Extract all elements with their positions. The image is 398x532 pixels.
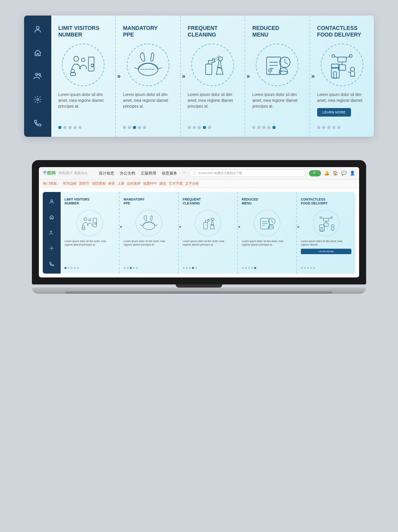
inner-panel-frequent-cleaning: FREQUENTCLEANING [179, 192, 238, 274]
chevron-icon-3: » [246, 73, 250, 80]
circle-icon-1 [62, 44, 105, 86]
top-info-card: LIMIT VISITORSNUMBER [24, 16, 374, 137]
content-panels: LIMIT VISITORSNUMBER [51, 16, 374, 137]
dot [337, 126, 340, 129]
svg-rect-5 [91, 64, 93, 67]
dot [133, 126, 136, 129]
inner-sidebar-icon-person[interactable] [47, 197, 56, 206]
svg-point-34 [349, 54, 352, 57]
nav-commercial[interactable]: 正版商用 [141, 171, 156, 176]
dot [188, 126, 191, 129]
inner-info-card: LIMIT VISITORSNUMBER [43, 192, 355, 274]
svg-point-8 [71, 69, 75, 73]
inner-circle-icon-4 [254, 210, 280, 236]
panel-title-3: FREQUENTCLEANING [188, 25, 218, 39]
sidebar-icon-home[interactable] [31, 47, 44, 59]
svg-point-71 [331, 216, 332, 218]
tag-huawei[interactable]: 华为边框 [63, 181, 77, 186]
inner-sidebar-icon-phone[interactable] [47, 260, 56, 268]
inner-panel-text-1: Lorem ipsum dolor sit dim amet, mea regi… [65, 239, 115, 246]
dot [267, 126, 271, 129]
inner-sidebar-icon-group[interactable] [47, 228, 56, 237]
tag-fire[interactable]: 消防图标 [92, 181, 106, 186]
panel-text-2: Lorem ipsum dolor sit dim amet, mea regi… [123, 92, 173, 109]
svg-rect-19 [267, 57, 281, 75]
tag-art[interactable]: 艺术字图 [169, 181, 183, 186]
inner-dot [313, 267, 315, 269]
svg-point-3 [37, 98, 39, 101]
panel-icon-area-3 [188, 44, 237, 86]
svg-line-32 [346, 56, 350, 58]
svg-point-6 [74, 56, 79, 61]
svg-line-11 [134, 68, 138, 70]
svg-rect-30 [338, 57, 346, 62]
dot [143, 126, 146, 129]
svg-rect-54 [204, 223, 208, 229]
browser-nav: 设计创意 办公文档 正版商用 创意服务 ··· [99, 171, 186, 176]
inner-dot [245, 267, 247, 269]
sidebar-icon-phone[interactable] [31, 117, 44, 129]
inner-learn-more-button[interactable]: LEARN MORE [301, 249, 351, 254]
tag-border[interactable]: 边框素材 [127, 181, 141, 186]
circle-icon-4 [256, 44, 298, 86]
icon-bell: 🔔 [324, 171, 330, 176]
tag-map[interactable]: 地图PPT [143, 181, 157, 186]
panel-frequent-cleaning: FREQUENTCLEANING [181, 16, 245, 137]
svg-rect-37 [332, 68, 339, 78]
icon-avatar: 👤 [350, 171, 355, 176]
laptop-wrapper: 千图网 轻松设计 高效办公 设计创意 办公文档 正版商用 创意服务 ··· ☰ … [32, 160, 366, 294]
tag-qingming[interactable]: 清明节 [79, 181, 89, 186]
dot [272, 126, 276, 129]
learn-more-button[interactable]: LEARN MORE [317, 108, 351, 117]
svg-rect-9 [71, 73, 76, 75]
inner-sidebar-icon-settings[interactable] [47, 244, 56, 253]
svg-point-48 [89, 219, 91, 221]
panel-reduced-menu: REDUCEDMENU [245, 16, 310, 137]
svg-point-63 [269, 218, 275, 225]
svg-line-31 [334, 56, 338, 58]
svg-point-1 [36, 73, 38, 76]
dot [58, 126, 61, 129]
inner-dot [127, 267, 129, 269]
nav-more[interactable]: ··· [183, 171, 186, 176]
panel-icon-area-5 [317, 44, 367, 86]
sidebar-icon-group[interactable] [31, 70, 44, 82]
dot [252, 126, 255, 129]
nav-service[interactable]: 创意服务 [162, 171, 177, 176]
inner-content-panels: LIMIT VISITORSNUMBER [61, 192, 355, 274]
tag-new[interactable]: 上新 [117, 181, 124, 186]
inner-dot [183, 267, 185, 269]
tag-text[interactable]: 文字分析 [185, 181, 199, 186]
browser-bar: 千图网 轻松设计 高效办公 设计创意 办公文档 正版商用 创意服务 ··· ☰ … [39, 167, 359, 180]
inner-dot [301, 267, 303, 269]
dot [63, 126, 66, 129]
svg-point-40 [350, 67, 354, 72]
panel-title-2: MANDATORYPPE [123, 25, 157, 39]
panel-text-4: Lorem ipsum dolor sit dim amet, mea regi… [252, 92, 302, 109]
svg-rect-50 [82, 228, 85, 230]
inner-panel-text-4: Lorem ipsum dolor sit dim amet, mea regi… [242, 239, 292, 246]
svg-point-33 [332, 54, 335, 57]
inner-dot [124, 267, 126, 269]
svg-rect-75 [321, 227, 323, 231]
tag-arch[interactable]: 建筑 [159, 181, 166, 186]
inner-dot [133, 267, 135, 269]
panel-icon-area-4 [252, 44, 302, 86]
inner-chevron-3: » [238, 225, 240, 229]
inner-dot [65, 267, 66, 269]
panel-title-1: LIMIT VISITORSNUMBER [58, 25, 100, 39]
svg-line-25 [285, 62, 288, 64]
nav-design[interactable]: 设计创意 [99, 171, 114, 176]
dot [257, 126, 260, 129]
inner-sidebar-icon-home[interactable] [47, 213, 56, 222]
inner-dot [130, 267, 132, 269]
tag-tea[interactable]: 春茶 [108, 181, 115, 186]
sidebar-icon-person[interactable] [31, 23, 44, 36]
browser-icons: 🔔 🏠 💬 👤 [324, 171, 355, 176]
panel-text-1: Lorem ipsum dolor sit dim amet, mea regi… [58, 92, 108, 109]
browser-search-bar[interactable]: ☰ 9,000,000+免费设计素材供下载 [189, 169, 306, 177]
inner-panel-text-2: Lorem ipsum dolor sit dim amet, mea regi… [124, 239, 174, 246]
sidebar-icon-settings[interactable] [31, 93, 44, 106]
search-button[interactable]: 🔍 [309, 170, 321, 176]
nav-office[interactable]: 办公文档 [120, 171, 135, 176]
